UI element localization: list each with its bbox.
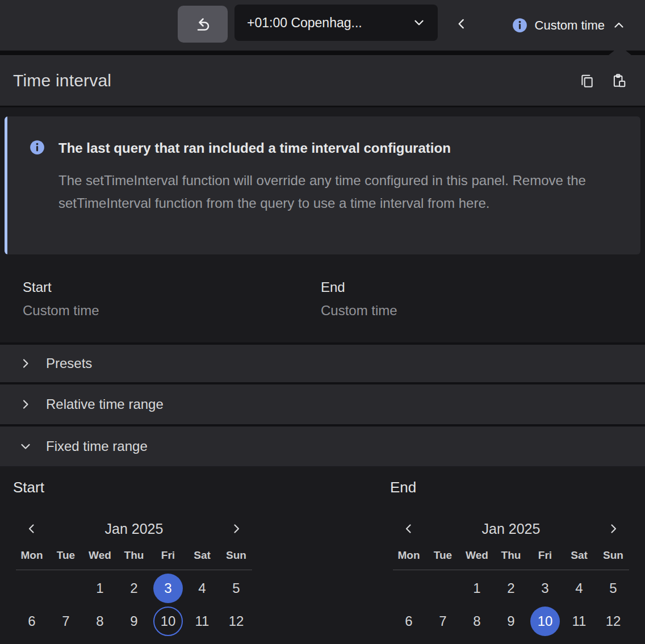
end-value: Custom time [321, 303, 397, 319]
calendar-day[interactable]: 12 [219, 605, 253, 637]
weekday: Fri [528, 549, 562, 562]
copy-icon [580, 73, 594, 88]
panel-content: The last query that ran included a time … [0, 116, 645, 644]
section-presets[interactable]: Presets [0, 345, 645, 382]
alert-accent-bar [5, 116, 7, 254]
calendar-end-label: End [390, 479, 416, 496]
custom-time-toggle[interactable]: Custom time [512, 0, 626, 51]
calendar-day[interactable]: 3 [528, 572, 562, 604]
chevron-down-icon [19, 440, 32, 453]
start-value: Custom time [23, 303, 99, 319]
custom-time-label: Custom time [535, 18, 605, 33]
calendar-day[interactable]: 8 [83, 605, 117, 637]
paste-button[interactable] [612, 73, 626, 88]
panel-header: Time interval [0, 55, 645, 106]
calendar-day[interactable]: 6 [15, 605, 49, 637]
section-fixed-time-range[interactable]: Fixed time range [0, 426, 645, 466]
info-alert: The last query that ran included a time … [5, 116, 640, 254]
weekday-header: Mon Tue Wed Thu Fri Sat Sun [392, 546, 630, 565]
calendar-day [426, 572, 460, 604]
calendar-day[interactable]: 1 [83, 572, 117, 604]
calendar-day[interactable]: 8 [460, 605, 494, 637]
weekday: Tue [49, 549, 83, 562]
month-label: Jan 2025 [426, 521, 596, 537]
chevron-left-icon [402, 522, 416, 536]
weekday: Sun [596, 549, 630, 562]
popover-notch-band [0, 51, 645, 55]
section-fixed-label: Fixed time range [46, 438, 148, 454]
calendar-day[interactable]: 7 [426, 605, 460, 637]
chevron-left-icon [25, 522, 39, 536]
chevron-right-icon [19, 398, 32, 411]
month-label: Jan 2025 [49, 521, 219, 537]
section-relative-time-range[interactable]: Relative time range [0, 384, 645, 424]
calendar-divider [393, 570, 629, 570]
fixed-time-range-body: Start End Jan 2025 [0, 466, 645, 644]
timezone-value: +01:00 Copenhag... [247, 15, 362, 31]
calendar-day[interactable]: 12 [596, 605, 630, 637]
calendar-day [15, 572, 49, 604]
calendar-day[interactable]: 4 [185, 572, 219, 604]
section-relative-label: Relative time range [46, 396, 164, 412]
chevron-right-icon [19, 357, 32, 370]
weekday: Tue [426, 549, 460, 562]
calendar-divider [16, 570, 252, 570]
weekday: Thu [494, 549, 528, 562]
info-icon [30, 140, 45, 155]
undo-icon [194, 16, 211, 33]
time-interval-popover: +01:00 Copenhag... Cust [0, 0, 645, 644]
alert-title: The last query that ran included a time … [58, 139, 633, 157]
calendar-day[interactable]: 4 [562, 572, 596, 604]
timezone-dropdown[interactable]: +01:00 Copenhag... [234, 5, 438, 41]
page-title: Time interval [13, 71, 111, 90]
weekday: Wed [460, 549, 494, 562]
copy-button[interactable] [580, 73, 594, 88]
chevron-right-icon [606, 522, 620, 536]
section-presets-label: Presets [46, 356, 92, 371]
weekday-header: Mon Tue Wed Thu Fri Sat Sun [15, 546, 253, 565]
calendar-day[interactable]: 5 [596, 572, 630, 604]
accordion: Presets Relative time range Fixed time r… [0, 342, 645, 466]
prev-month-button[interactable] [15, 516, 49, 541]
next-month-button[interactable] [596, 516, 630, 541]
popover-notch [609, 46, 631, 55]
alert-body: The setTimeInterval function will overri… [58, 169, 633, 215]
current-range-summary: Start Custom time End Custom time [0, 254, 645, 342]
calendar-day[interactable]: 9 [117, 605, 151, 637]
start-calendar: Jan 2025 Mon Tue Wed Thu Fri Sat Sun [15, 516, 253, 637]
chevron-up-icon [612, 19, 626, 32]
calendar-day[interactable]: 5 [219, 572, 253, 604]
collapse-left-button[interactable] [451, 13, 472, 35]
chevron-left-icon [454, 16, 469, 31]
prev-month-button[interactable] [392, 516, 426, 541]
weekday: Fri [151, 549, 185, 562]
calendar-day[interactable]: 1 [460, 572, 494, 604]
weekday: Sat [185, 549, 219, 562]
calendar-day[interactable]: 6 [392, 605, 426, 637]
calendar-day[interactable]: 2 [117, 572, 151, 604]
calendar-day-selected[interactable]: 3 [151, 572, 185, 604]
calendar-day-selected[interactable]: 10 [528, 605, 562, 637]
calendar-day-outlined[interactable]: 10 [151, 605, 185, 637]
calendar-day[interactable]: 7 [49, 605, 83, 637]
calendar-day[interactable]: 11 [562, 605, 596, 637]
info-icon [512, 18, 527, 33]
end-calendar: Jan 2025 Mon Tue Wed Thu Fri Sat Sun [392, 516, 630, 637]
weekday: Sun [219, 549, 253, 562]
weekday: Mon [15, 549, 49, 562]
header-divider [0, 106, 645, 107]
weekday: Sat [562, 549, 596, 562]
next-month-button[interactable] [219, 516, 253, 541]
top-toolbar: +01:00 Copenhag... Cust [0, 0, 645, 51]
calendar-day[interactable]: 11 [185, 605, 219, 637]
chevron-down-icon [412, 15, 426, 30]
chevron-right-icon [229, 522, 243, 536]
paste-icon [612, 73, 626, 88]
calendar-start-label: Start [13, 479, 44, 496]
undo-button[interactable] [178, 6, 228, 43]
calendar-day[interactable]: 9 [494, 605, 528, 637]
weekday: Mon [392, 549, 426, 562]
calendar-day[interactable]: 2 [494, 572, 528, 604]
start-label: Start [23, 279, 99, 295]
weekday: Thu [117, 549, 151, 562]
